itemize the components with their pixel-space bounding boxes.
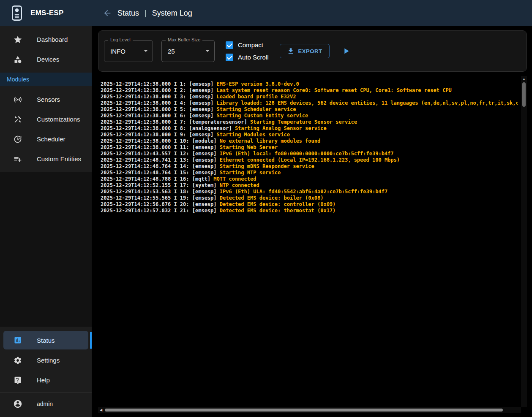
star-icon bbox=[13, 35, 22, 44]
sidebar-item-admin[interactable]: admin bbox=[0, 394, 92, 414]
log-line-message: Starting mDNS Responder service bbox=[220, 163, 314, 169]
auto-scroll-checkbox[interactable]: Auto Scroll bbox=[226, 54, 269, 61]
log-line: 2025-12-29T14:12:55.565 I 19: [emsesp] D… bbox=[101, 195, 518, 201]
sidebar: Dashboard Devices Modules bbox=[0, 26, 92, 417]
sidebar-item-label: Devices bbox=[37, 56, 59, 63]
log-line-message: Detected EMS device: controller (0x09) bbox=[220, 201, 336, 207]
sensors-icon bbox=[13, 95, 22, 104]
log-line-meta: 2025-12-29T14:12:38.000 I 9: [emsesp] bbox=[101, 132, 217, 138]
log-line-meta: 2025-12-29T14:12:38.000 I 3: [emsesp] bbox=[101, 94, 217, 100]
log-line-meta: 2025-12-29T14:12:52.155 I 17: [system] bbox=[101, 182, 220, 188]
app-title: EMS-ESP bbox=[30, 9, 64, 17]
log-line-message: Starting Web Server bbox=[220, 144, 278, 150]
log-line: 2025-12-29T14:12:38.000 I 3: [emsesp] Lo… bbox=[101, 94, 518, 100]
log-line-message: Starting Temperature Sensor service bbox=[250, 119, 357, 125]
log-line: 2025-12-29T14:12:38.000 I 4: [emsesp] Li… bbox=[101, 100, 518, 106]
log-line: 2025-12-29T14:12:48.741 I 13: [emsesp] E… bbox=[101, 157, 518, 163]
max-buffer-size-select[interactable]: Max Buffer Size 25 bbox=[161, 40, 215, 62]
breadcrumb-page: System Log bbox=[152, 9, 192, 18]
sidebar-item-sensors[interactable]: Sensors bbox=[0, 89, 92, 109]
brand: EMS-ESP bbox=[0, 5, 92, 21]
sidebar-item-label: Scheduler bbox=[37, 135, 65, 143]
sidebar-item-label: Custom Entities bbox=[37, 155, 81, 162]
log-line: 2025-12-29T14:12:38.000 I 9: [emsesp] St… bbox=[101, 132, 518, 138]
sidebar-group-top: Dashboard Devices bbox=[0, 26, 92, 73]
log-line-meta: 2025-12-29T14:12:38.000 I 1: [emsesp] bbox=[101, 81, 217, 87]
log-line-meta: 2025-12-29T14:12:38.000 I 7: [temperatur… bbox=[101, 119, 250, 125]
bar-chart-icon bbox=[13, 336, 22, 345]
log-line-meta: 2025-12-29T14:12:38.000 I 4: [emsesp] bbox=[101, 100, 217, 106]
log-line-message: IPv6 (Eth) ULA: fd40:5542:abf6:4a02:ce7b… bbox=[220, 189, 387, 195]
gear-icon bbox=[13, 356, 22, 365]
log-level-value: INFO bbox=[110, 48, 143, 55]
log-line-message: EMS-ESP version 3.8.0-dev.0 bbox=[217, 81, 299, 87]
log-line: 2025-12-29T14:12:38.000 I 6: [emsesp] St… bbox=[101, 113, 518, 119]
log-line-message: Library loaded: 128 EMS devices, 562 dev… bbox=[217, 100, 518, 106]
log-line-meta: 2025-12-29T14:12:38.000 I 2: [emsesp] bbox=[101, 87, 217, 93]
toolbar-checkboxes: Compact Auto Scroll bbox=[226, 41, 269, 61]
sidebar-item-label: Settings bbox=[37, 357, 60, 364]
download-icon bbox=[287, 47, 295, 55]
log-line: 2025-12-29T14:12:56.876 I 20: [emsesp] D… bbox=[101, 201, 518, 208]
log-line: 2025-12-29T14:12:57.832 I 21: [emsesp] D… bbox=[101, 208, 518, 214]
sidebar-item-settings[interactable]: Settings bbox=[0, 350, 92, 370]
log-line-message: Detected EMS device: boiler (0x08) bbox=[220, 195, 324, 201]
scroll-up-icon[interactable]: ▲ bbox=[521, 76, 527, 82]
app-root: EMS-ESP Status | System Log Dashboard bbox=[0, 0, 532, 417]
sidebar-item-scheduler[interactable]: Scheduler bbox=[0, 129, 92, 149]
back-arrow-icon[interactable] bbox=[103, 8, 112, 18]
log-line: 2025-12-29T14:12:38.000 I 2: [emsesp] La… bbox=[101, 87, 518, 94]
sidebar-item-customizations[interactable]: Customizations bbox=[0, 109, 92, 129]
sidebar-item-devices[interactable]: Devices bbox=[0, 49, 92, 69]
log-line-message: Ethernet connected (Local IP=192.168.1.2… bbox=[220, 157, 400, 163]
ems-esp-logo-icon bbox=[10, 5, 24, 21]
breadcrumb-section[interactable]: Status bbox=[117, 9, 139, 18]
checkbox-icon bbox=[226, 54, 233, 61]
log-line-meta: 2025-12-29T14:12:38.000 I 10: [module] bbox=[101, 138, 220, 144]
chevron-down-icon bbox=[143, 49, 148, 53]
log-level-label: Log Level bbox=[108, 37, 133, 42]
sidebar-user-label: admin bbox=[37, 401, 53, 407]
log-toolbar: Log Level INFO Max Buffer Size 25 Compac… bbox=[98, 30, 527, 72]
log-line: 2025-12-29T14:12:48.764 I 15: [emsesp] S… bbox=[101, 170, 518, 176]
sidebar-item-dashboard[interactable]: Dashboard bbox=[0, 30, 92, 49]
sidebar-item-label: Status bbox=[37, 337, 55, 344]
export-button[interactable]: EXPORT bbox=[280, 44, 330, 58]
compact-checkbox[interactable]: Compact bbox=[226, 41, 269, 49]
account-icon bbox=[13, 399, 22, 409]
sidebar-group-modules: Sensors Customizations S bbox=[0, 86, 92, 172]
vertical-scrollbar-thumb[interactable] bbox=[522, 82, 526, 107]
log-line: 2025-12-29T14:12:48.788 I 16: [mqtt] MQT… bbox=[101, 176, 518, 182]
max-buffer-size-value: 25 bbox=[168, 48, 205, 55]
log-line: 2025-12-29T14:12:48.764 I 14: [emsesp] S… bbox=[101, 163, 518, 170]
vertical-scrollbar[interactable]: ▲ bbox=[521, 76, 527, 407]
scroll-left-icon[interactable]: ◀ bbox=[98, 408, 104, 412]
log-line-meta: 2025-12-29T14:12:48.788 I 16: [mqtt] bbox=[101, 176, 213, 182]
log-line-meta: 2025-12-29T14:12:38.000 I 5: [emsesp] bbox=[101, 106, 217, 112]
log-line-meta: 2025-12-29T14:12:38.000 I 11: [emsesp] bbox=[101, 144, 220, 150]
sidebar-item-help[interactable]: Help bbox=[0, 370, 92, 390]
sidebar-group-bottom: Status Settings Help bbox=[0, 327, 92, 417]
chevron-down-icon bbox=[205, 49, 210, 53]
log-line-meta: 2025-12-29T14:12:48.764 I 15: [emsesp] bbox=[101, 170, 220, 176]
horizontal-scrollbar[interactable]: ◀ bbox=[98, 407, 521, 413]
horizontal-scrollbar-thumb[interactable] bbox=[105, 409, 503, 412]
log-line: 2025-12-29T14:12:53.563 I 18: [emsesp] I… bbox=[101, 189, 518, 195]
schedule-icon bbox=[13, 135, 22, 144]
compact-label: Compact bbox=[238, 41, 263, 49]
log-line: 2025-12-29T14:12:52.155 I 17: [system] N… bbox=[101, 182, 518, 189]
log-line-message: Starting NTP service bbox=[220, 170, 281, 176]
sidebar-item-status[interactable]: Status bbox=[3, 331, 88, 349]
log-line: 2025-12-29T14:12:38.000 I 11: [emsesp] S… bbox=[101, 144, 518, 151]
log-line-meta: 2025-12-29T14:12:55.565 I 19: [emsesp] bbox=[101, 195, 220, 201]
log-line-meta: 2025-12-29T14:12:48.764 I 14: [emsesp] bbox=[101, 163, 220, 169]
auto-scroll-label: Auto Scroll bbox=[238, 54, 269, 61]
log-level-select[interactable]: Log Level INFO bbox=[104, 40, 153, 62]
log-lines: 2025-12-29T14:12:38.000 I 1: [emsesp] EM… bbox=[101, 81, 518, 406]
playlist-add-icon bbox=[13, 154, 22, 164]
log-line-message: NTP connected bbox=[220, 182, 259, 188]
log-line-message: Starting Custom Entity service bbox=[217, 113, 308, 119]
sidebar-item-custom-entities[interactable]: Custom Entities bbox=[0, 149, 92, 169]
log-line-message: Detected EMS device: thermostat (0x17) bbox=[220, 208, 336, 214]
play-button[interactable] bbox=[341, 46, 351, 56]
